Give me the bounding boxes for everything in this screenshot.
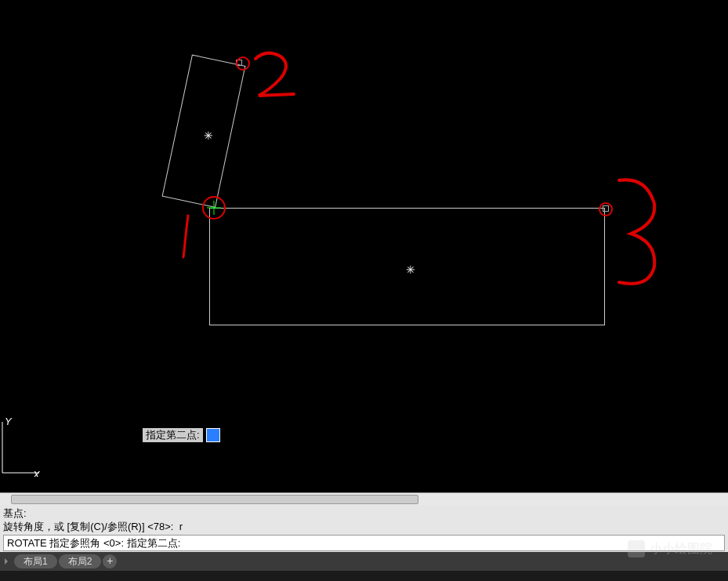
command-history-line: 基点:	[3, 507, 725, 520]
tab-add-button[interactable]: +	[103, 554, 117, 568]
ucs-icon: Y X	[0, 414, 47, 477]
horizontal-scrollbar[interactable]	[0, 492, 728, 505]
tooltip-color-swatch	[206, 428, 220, 442]
tab-layout2[interactable]: 布局2	[59, 554, 102, 568]
watermark: 小小绘图院	[628, 540, 712, 557]
center-marker: ✳	[406, 263, 415, 276]
dynamic-input-tooltip: 指定第二点:	[143, 428, 220, 442]
tab-layout1[interactable]: 布局1	[14, 554, 57, 568]
annotation-circle-2	[236, 56, 250, 71]
command-history-panel: 基点: 旋转角度，或 [复制(C)/参照(R)] <78>: r ROTATE …	[0, 505, 728, 552]
command-history-line: 旋转角度，或 [复制(C)/参照(R)] <78>: r	[3, 520, 725, 533]
watermark-text: 小小绘图院	[650, 541, 712, 557]
center-marker: ✳	[204, 129, 213, 142]
scrollbar-thumb[interactable]	[11, 495, 418, 504]
watermark-logo-icon	[628, 540, 645, 557]
tab-prev-icon[interactable]	[5, 558, 11, 565]
annotation-circle-1	[202, 196, 226, 220]
statusbar-strip	[0, 571, 728, 581]
ucs-y-label: Y	[5, 416, 13, 427]
command-input-line[interactable]: ROTATE 指定参照角 <0>: 指定第二点:	[3, 535, 725, 551]
layout-tab-bar: 布局1 布局2 +	[0, 552, 728, 571]
annotation-circle-3	[599, 202, 613, 216]
ucs-x-label: X	[32, 469, 41, 477]
cad-canvas[interactable]: ✳ ✳ Y X 指定第二点:	[0, 0, 728, 492]
tooltip-label: 指定第二点:	[143, 428, 203, 442]
